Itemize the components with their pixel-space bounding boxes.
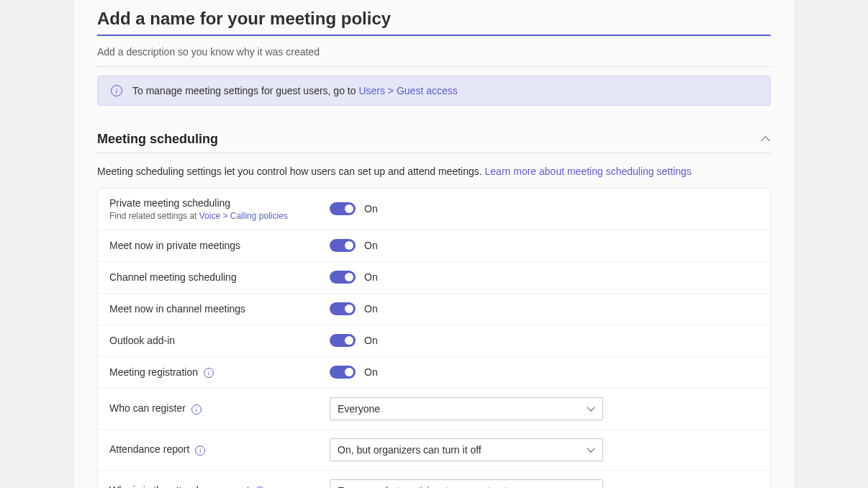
policy-editor-page: i To manage meeting settings for guest u… <box>74 0 794 488</box>
section-header: Meeting scheduling <box>97 106 771 153</box>
setting-label: Meeting registration i <box>109 366 330 378</box>
policy-name-input[interactable] <box>97 0 771 36</box>
setting-label: Who is in the attendance report i <box>109 484 330 488</box>
guest-access-banner: i To manage meeting settings for guest u… <box>97 76 771 106</box>
setting-label: Attendance report i <box>109 443 330 455</box>
meeting-registration-label: Meeting registration <box>109 366 198 378</box>
info-icon[interactable]: i <box>191 405 202 415</box>
meet-now-private-toggle[interactable] <box>330 239 356 252</box>
chevron-down-icon <box>588 405 595 412</box>
meeting-registration-toggle[interactable] <box>330 366 356 379</box>
banner-message: To manage meeting settings for guest use… <box>132 85 358 96</box>
toggle-state: On <box>364 240 378 251</box>
dropdown-value: Everyone <box>338 403 380 415</box>
settings-card: Private meeting scheduling Find related … <box>97 188 771 488</box>
calling-policies-link[interactable]: Voice > Calling policies <box>199 211 288 221</box>
dropdown-value: Everyone, but participants can opt-out <box>338 485 507 488</box>
who-can-register-dropdown[interactable]: Everyone <box>330 397 603 420</box>
section-desc-text: Meeting scheduling settings let you cont… <box>97 166 485 177</box>
toggle-state: On <box>364 271 378 283</box>
toggle-state: On <box>364 203 378 214</box>
private-meeting-toggle[interactable] <box>330 202 356 215</box>
setting-label: Who can register i <box>109 402 330 414</box>
meet-now-channel-toggle[interactable] <box>330 302 356 315</box>
info-icon: i <box>111 85 122 96</box>
setting-who-in-report: Who is in the attendance report i Everyo… <box>98 471 770 488</box>
setting-outlook-addin: Outlook add-in On <box>98 325 770 357</box>
guest-access-link[interactable]: Users > Guest access <box>358 85 457 96</box>
toggle-state: On <box>364 303 378 315</box>
outlook-addin-toggle[interactable] <box>330 334 356 347</box>
setting-channel-scheduling: Channel meeting scheduling On <box>98 262 770 294</box>
chevron-down-icon <box>588 446 595 453</box>
section-title: Meeting scheduling <box>97 132 218 147</box>
section-description: Meeting scheduling settings let you cont… <box>97 153 771 188</box>
dropdown-value: On, but organizers can turn it off <box>338 444 482 456</box>
toggle-state: On <box>364 335 378 346</box>
info-icon[interactable]: i <box>204 368 214 378</box>
attendance-report-label: Attendance report <box>109 443 189 455</box>
attendance-report-dropdown[interactable]: On, but organizers can turn it off <box>330 438 603 461</box>
banner-text: To manage meeting settings for guest use… <box>132 85 458 96</box>
setting-label: Meet now in channel meetings <box>109 303 330 315</box>
setting-sublabel: Find related settings at Voice > Calling… <box>109 211 330 221</box>
setting-meet-now-channel: Meet now in channel meetings On <box>98 294 770 325</box>
channel-scheduling-toggle[interactable] <box>330 271 356 284</box>
policy-description-input[interactable] <box>97 36 771 67</box>
setting-meeting-registration: Meeting registration i On <box>98 357 770 389</box>
who-in-report-dropdown[interactable]: Everyone, but participants can opt-out <box>330 479 603 488</box>
setting-meet-now-private: Meet now in private meetings On <box>98 230 770 262</box>
sub-prefix: Find related settings at <box>109 211 199 221</box>
setting-label: Meet now in private meetings <box>109 240 330 251</box>
who-in-report-label: Who is in the attendance report <box>109 484 250 488</box>
chevron-up-icon[interactable] <box>761 135 771 145</box>
setting-label: Channel meeting scheduling <box>109 271 330 283</box>
setting-label: Outlook add-in <box>109 335 330 346</box>
setting-who-can-register: Who can register i Everyone <box>98 389 770 430</box>
setting-label: Private meeting scheduling Find related … <box>109 197 330 221</box>
private-meeting-label: Private meeting scheduling <box>109 197 330 209</box>
setting-private-meeting: Private meeting scheduling Find related … <box>98 189 770 230</box>
setting-attendance-report: Attendance report i On, but organizers c… <box>98 430 770 471</box>
info-icon[interactable]: i <box>195 446 205 456</box>
learn-more-link[interactable]: Learn more about meeting scheduling sett… <box>485 166 692 177</box>
toggle-state: On <box>364 366 378 378</box>
who-can-register-label: Who can register <box>109 402 186 414</box>
